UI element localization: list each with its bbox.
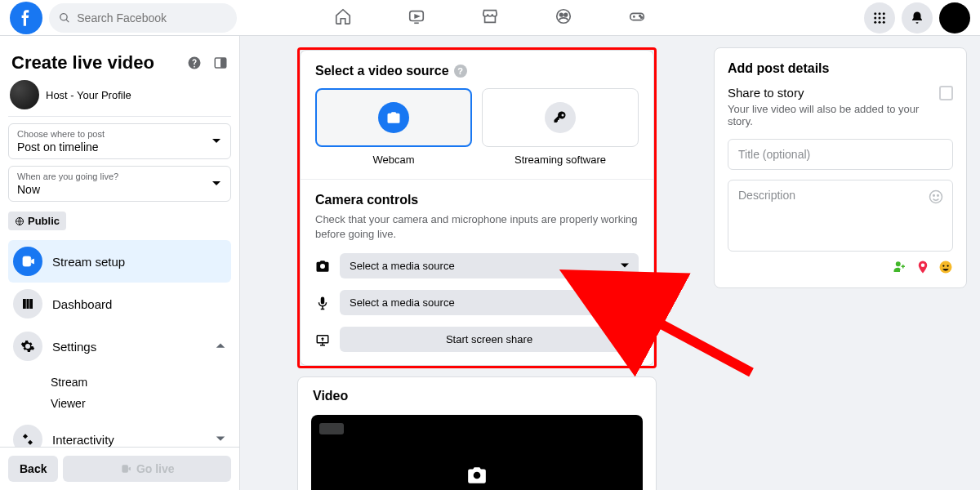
video-preview: Allow access to camera — [311, 415, 643, 490]
camera-controls-title: Camera controls — [315, 193, 639, 207]
when-live-select[interactable]: When are you going live? Now — [8, 166, 231, 202]
menu-grid-button[interactable] — [864, 2, 895, 33]
chevron-down-icon — [621, 260, 629, 272]
grid-icon — [872, 11, 887, 25]
source-webcam[interactable]: Webcam — [315, 88, 472, 166]
sidebar-item-stream[interactable]: Stream — [8, 376, 231, 389]
host-row: Host - Your Profile — [8, 80, 231, 117]
post-details-card: Add post details Share to story Your liv… — [714, 47, 967, 288]
attachment-icons — [728, 252, 953, 274]
svg-point-26 — [940, 261, 952, 274]
profile-avatar[interactable] — [939, 2, 970, 33]
svg-rect-21 — [29, 299, 33, 309]
panel-icon[interactable] — [213, 56, 228, 70]
nav-marketplace[interactable] — [481, 7, 499, 29]
stream-setup-icon — [13, 247, 42, 276]
share-sub: Your live video will also be added to yo… — [728, 103, 939, 127]
svg-point-25 — [938, 195, 939, 197]
left-footer: Back Go live — [0, 447, 239, 490]
camera-controls-section: Camera controls Check that your camera a… — [301, 179, 653, 365]
title-input[interactable]: Title (optional) — [728, 139, 953, 170]
screen-share-icon — [315, 332, 330, 347]
svg-point-1 — [557, 10, 571, 24]
nav-gaming[interactable] — [628, 7, 646, 29]
search-input-wrap[interactable] — [49, 3, 237, 33]
back-button[interactable]: Back — [8, 456, 58, 482]
sidebar-item-label: Interactivity — [52, 433, 114, 447]
source-streaming-software[interactable]: Streaming software — [482, 88, 639, 166]
help-icon[interactable] — [187, 56, 202, 70]
share-to-story-row: Share to story Your live video will also… — [728, 86, 953, 127]
page-title: Create live video — [11, 52, 154, 74]
svg-point-8 — [879, 12, 881, 15]
svg-point-10 — [874, 16, 876, 19]
search-icon — [59, 11, 70, 24]
emoji-icon[interactable] — [928, 189, 944, 205]
left-header: Create live video — [8, 42, 231, 80]
nav-groups[interactable] — [555, 7, 572, 29]
sidebar-item-label: Dashboard — [52, 297, 112, 311]
microphone-icon — [315, 296, 330, 310]
facebook-logo[interactable] — [10, 2, 42, 34]
video-status-badge — [319, 423, 344, 434]
where-value: Post on timeline — [17, 140, 222, 154]
top-bar — [0, 0, 980, 36]
where-label: Choose where to post — [17, 129, 222, 139]
sidebar-item-interactivity[interactable]: Interactivity — [8, 418, 231, 447]
where-to-post-select[interactable]: Choose where to post Post on timeline — [8, 123, 231, 159]
bell-icon — [910, 11, 924, 25]
key-icon — [545, 102, 576, 133]
gear-icon — [13, 332, 42, 361]
sidebar-item-viewer[interactable]: Viewer — [8, 397, 231, 410]
chevron-down-icon — [212, 134, 220, 149]
svg-point-14 — [879, 20, 881, 23]
start-screen-share-button[interactable]: Start screen share — [340, 327, 639, 352]
feeling-icon[interactable] — [938, 260, 953, 274]
left-panel: Create live video Host - Your Profile Ch… — [0, 36, 240, 490]
svg-point-3 — [564, 13, 568, 16]
when-label: When are you going live? — [17, 172, 222, 181]
svg-point-23 — [930, 191, 942, 203]
chevron-down-icon — [215, 433, 226, 447]
sidebar-item-label: Stream setup — [52, 255, 125, 269]
globe-icon — [15, 216, 24, 226]
svg-rect-17 — [220, 58, 226, 68]
camera-source-select[interactable]: Select a media source — [340, 253, 639, 278]
description-input[interactable]: Description — [728, 180, 953, 252]
sidebar-item-dashboard[interactable]: Dashboard — [8, 283, 231, 325]
camera-icon — [378, 102, 409, 133]
search-input[interactable] — [77, 11, 227, 24]
svg-point-13 — [874, 20, 876, 23]
notifications-button[interactable] — [902, 2, 933, 33]
mic-source-select[interactable]: Select a media source — [340, 290, 639, 315]
nav-home[interactable] — [334, 7, 352, 29]
location-icon[interactable] — [915, 260, 930, 274]
interactivity-icon — [13, 425, 42, 447]
nav-watch[interactable] — [408, 7, 425, 29]
share-to-story-checkbox[interactable] — [939, 86, 953, 100]
post-details-title: Add post details — [728, 61, 953, 76]
dashboard-icon — [13, 289, 42, 318]
camera-icon — [120, 463, 131, 474]
camera-controls-hint: Check that your camera and microphone in… — [315, 212, 639, 242]
camera-icon — [315, 259, 330, 274]
sidebar-item-label: Settings — [52, 340, 96, 354]
privacy-chip[interactable]: Public — [8, 212, 66, 230]
video-title: Video — [298, 377, 656, 415]
when-value: Now — [17, 183, 222, 196]
chevron-down-icon — [212, 176, 220, 191]
host-avatar — [10, 80, 39, 109]
sidebar-item-stream-setup[interactable]: Stream setup — [8, 240, 231, 283]
sidebar-item-settings[interactable]: Settings — [8, 325, 231, 368]
chevron-up-icon — [215, 340, 226, 354]
svg-rect-19 — [23, 299, 26, 309]
svg-point-9 — [883, 12, 885, 15]
highlight-box: Select a video source ? Webcam St — [297, 47, 657, 368]
tag-people-icon[interactable] — [893, 260, 907, 274]
main-column: Select a video source ? Webcam St — [240, 36, 714, 490]
go-live-button[interactable]: Go live — [63, 456, 231, 482]
svg-point-11 — [879, 16, 881, 19]
video-card: Video Allow access to camera — [297, 376, 657, 490]
svg-point-27 — [942, 265, 944, 266]
help-tooltip-icon[interactable]: ? — [454, 65, 467, 78]
